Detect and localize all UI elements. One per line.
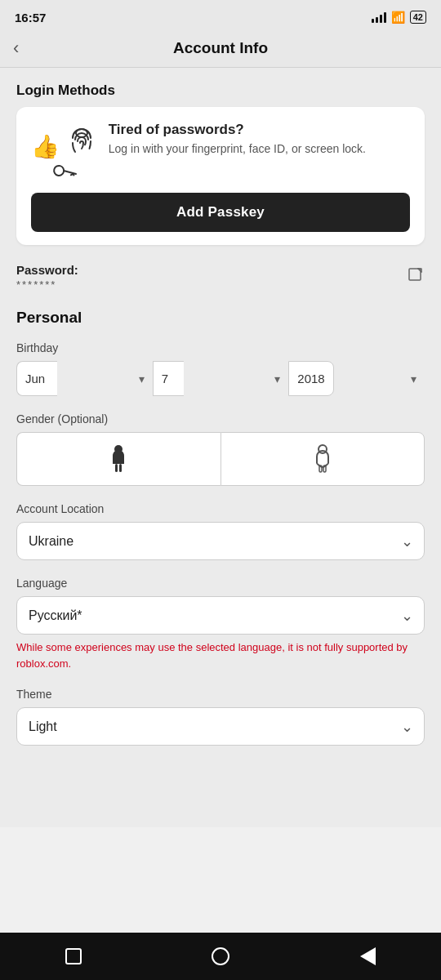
language-select[interactable]: Русский* English Deutsch: [16, 596, 425, 635]
status-time: 16:57: [15, 11, 46, 24]
bottom-navigation: [0, 933, 441, 980]
location-select[interactable]: Ukraine United States Russia Germany: [16, 522, 425, 560]
birthday-label: Birthday: [16, 341, 425, 354]
svg-rect-5: [409, 269, 421, 280]
nav-home-button[interactable]: [200, 936, 241, 977]
birthday-year-wrapper: 201520162017201820192020: [288, 361, 425, 396]
birthday-day-wrapper: 12345678910: [153, 361, 289, 396]
birthday-month-wrapper: JanFebMarAprMayJunJulAugSepOctNovDec: [16, 361, 153, 396]
location-label: Account Location: [16, 502, 425, 515]
password-info: Password: *******: [16, 263, 78, 291]
edit-password-button[interactable]: [407, 266, 425, 288]
login-methods-title: Login Methods: [0, 68, 441, 107]
content-area: Login Methods 👍: [0, 68, 441, 827]
passkey-description: Log in with your fingerprint, face ID, o…: [109, 141, 366, 158]
passkey-icons: 👍: [31, 123, 97, 181]
passkey-title: Tired of passwords?: [109, 122, 366, 138]
birthday-year-select[interactable]: 201520162017201820192020: [288, 361, 334, 396]
edit-icon: [407, 266, 425, 284]
battery-indicator: 42: [410, 11, 426, 24]
gender-male-button[interactable]: [16, 432, 220, 486]
personal-title: Personal: [16, 309, 425, 327]
passkey-text: Tired of passwords? Log in with your fin…: [109, 122, 366, 158]
add-passkey-button[interactable]: Add Passkey: [31, 193, 410, 232]
passkey-card-top: 👍: [31, 122, 410, 181]
female-figure-icon: [311, 444, 334, 474]
status-bar: 16:57 📶 42: [0, 0, 441, 31]
nav-square-button[interactable]: [53, 936, 94, 977]
svg-line-2: [64, 167, 76, 179]
password-value: *******: [16, 278, 78, 291]
svg-rect-8: [119, 464, 122, 472]
birthday-row: JanFebMarAprMayJunJulAugSepOctNovDec 123…: [16, 361, 425, 396]
gender-female-button[interactable]: [220, 432, 425, 486]
theme-dropdown-wrapper: Light Dark: [16, 707, 425, 746]
fingerprint-svg: [66, 123, 97, 154]
personal-section: Personal Birthday JanFebMarAprMayJunJulA…: [0, 304, 441, 770]
key-icon: [50, 156, 79, 185]
male-figure-icon: [107, 444, 130, 474]
location-dropdown-wrapper: Ukraine United States Russia Germany: [16, 522, 425, 560]
status-icons: 📶 42: [372, 11, 426, 24]
svg-rect-7: [115, 464, 118, 472]
square-icon: [65, 948, 82, 964]
passkey-card: 👍: [16, 107, 425, 245]
page-title: Account Info: [173, 39, 268, 57]
birthday-month-select[interactable]: JanFebMarAprMayJunJulAugSepOctNovDec: [16, 361, 57, 396]
triangle-icon: [360, 947, 376, 965]
back-button[interactable]: ‹: [13, 39, 19, 57]
language-label: Language: [16, 577, 425, 590]
birthday-day-select[interactable]: 12345678910: [153, 361, 184, 396]
language-dropdown-wrapper: Русский* English Deutsch: [16, 596, 425, 635]
theme-label: Theme: [16, 688, 425, 701]
signal-icon: [372, 11, 386, 23]
circle-icon: [212, 947, 229, 965]
wifi-icon: 📶: [391, 11, 405, 24]
nav-back-button[interactable]: [347, 936, 388, 977]
language-warning: While some experiences may use the selec…: [16, 639, 425, 671]
location-field: Account Location Ukraine United States R…: [16, 502, 425, 560]
gender-row: [16, 432, 425, 486]
password-label: Password:: [16, 263, 78, 277]
fingerprint-icon: 👍: [31, 123, 97, 158]
gender-field: Gender (Optional): [16, 412, 425, 486]
login-methods-section: Login Methods 👍: [0, 68, 441, 304]
bottom-spacer: [0, 770, 441, 827]
header: ‹ Account Info: [0, 31, 441, 68]
language-field: Language Русский* English Deutsch While …: [16, 577, 425, 671]
birthday-field: Birthday JanFebMarAprMayJunJulAugSepOctN…: [16, 341, 425, 396]
theme-select[interactable]: Light Dark: [16, 707, 425, 746]
theme-field: Theme Light Dark: [16, 688, 425, 746]
password-section: Password: *******: [0, 260, 441, 304]
gender-label: Gender (Optional): [16, 412, 425, 425]
